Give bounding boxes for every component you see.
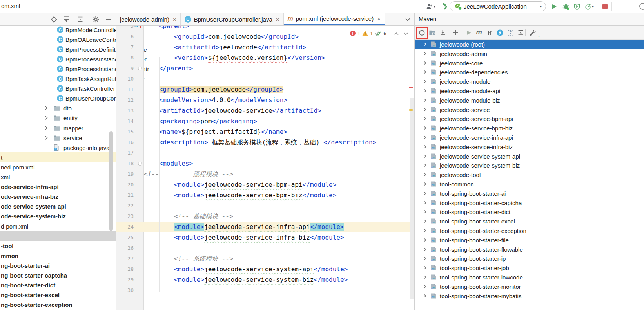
maven-execute-goal-button[interactable]: m: [474, 28, 484, 37]
maven-run-build-button[interactable]: [464, 28, 473, 37]
maven-project-item[interactable]: mtool-spring-boot-starter-excel: [415, 216, 644, 226]
project-tree-item[interactable]: [0, 231, 116, 241]
chevron-right-icon[interactable]: [423, 200, 426, 205]
code-line-25[interactable]: 25 <module>jeelowcode-service-infra-biz<…: [116, 232, 411, 243]
locate-file-button[interactable]: [49, 14, 58, 24]
maven-project-item[interactable]: mjeelowcode-service-system-biz: [415, 160, 644, 170]
code-line-8[interactable]: 8 <version>${jeelowcode.version}</versio…: [116, 52, 411, 63]
chevron-right-icon[interactable]: [423, 284, 426, 289]
maven-collapse-all-button[interactable]: [516, 28, 525, 37]
chevron-right-icon[interactable]: [423, 154, 426, 159]
project-tree-item[interactable]: ng-boot-starter-dict: [0, 280, 116, 290]
chevron-right-icon[interactable]: [423, 144, 426, 149]
project-tree-item[interactable]: ng-boot-starter-captcha: [0, 270, 116, 280]
code-line-7[interactable]: 7 <artifactId>jeelowcode</artifactId>: [116, 42, 411, 52]
fold-marker[interactable]: [138, 161, 142, 168]
line-number[interactable]: 9: [116, 63, 134, 74]
project-tree-item[interactable]: CBpmTaskAssignRuleController: [0, 74, 116, 84]
maven-project-item[interactable]: mjeelowcode-module-biz: [415, 96, 644, 105]
next-problem-button[interactable]: [402, 31, 409, 37]
code-line-19[interactable]: 19<!-- 流程模块 -->: [116, 169, 411, 179]
debug-button[interactable]: [561, 2, 571, 11]
code-line-16[interactable]: 16 <description> 框架基础服务模块(流程，系统，基础) </de…: [116, 137, 411, 148]
line-number[interactable]: 15: [116, 126, 134, 137]
build-project-button[interactable]: [441, 2, 450, 11]
maven-project-item[interactable]: mjeelowcode-module: [415, 77, 644, 86]
line-number[interactable]: 7: [116, 42, 134, 52]
chevron-right-icon[interactable]: [423, 275, 426, 279]
project-tree-item[interactable]: CBpmTaskController: [0, 84, 116, 94]
line-number[interactable]: 6: [116, 31, 134, 42]
maven-project-item[interactable]: mtool-spring-boot-starter-captcha: [415, 198, 644, 207]
maven-project-item[interactable]: mtool-spring-boot-starter-job: [415, 263, 644, 272]
close-icon[interactable]: ×: [276, 16, 279, 23]
close-icon[interactable]: ×: [173, 16, 176, 23]
inspections-widget[interactable]: ! 1 1 6: [350, 29, 386, 38]
code-line-21[interactable]: 21 <module>jeelowcode-service-bpm-biz</m…: [116, 190, 411, 200]
line-number[interactable]: 11: [116, 84, 134, 95]
project-tree-item[interactable]: CBpmProcessDefinitionControlle: [0, 44, 116, 54]
run-with-coverage-button[interactable]: [572, 2, 582, 11]
line-number[interactable]: 5: [116, 26, 134, 31]
maven-project-item[interactable]: mtool-spring-boot-starter-ai: [415, 189, 644, 198]
code-line-29[interactable]: 29 <module>jeelowcode-service-system-biz…: [116, 274, 411, 285]
line-number[interactable]: 10: [116, 74, 134, 84]
line-number[interactable]: 21: [116, 190, 134, 200]
maven-project-item[interactable]: mtool-common: [415, 179, 644, 189]
project-tree-item[interactable]: CBpmProcessInstanceController: [0, 54, 116, 64]
tab-pom-jeelowcode-admin[interactable]: jeelowcode-admin) ×: [116, 13, 181, 25]
code-line-23[interactable]: 23 <!-- 基础模块 -->: [116, 211, 411, 222]
project-tree-item[interactable]: service: [0, 133, 116, 142]
maven-project-item[interactable]: mtool-spring-boot-starter-flowable: [415, 245, 644, 254]
line-number[interactable]: 12: [116, 95, 134, 105]
warning-stripe-mark[interactable]: [409, 109, 413, 111]
line-number[interactable]: 29: [116, 274, 134, 285]
code-line-30[interactable]: 30: [116, 285, 411, 296]
user-menu-button[interactable]: [425, 2, 434, 11]
maven-project-item[interactable]: mjeelowcode-service-bpm-api: [415, 114, 644, 123]
project-tree-item[interactable]: mapper: [0, 123, 116, 133]
chevron-right-icon[interactable]: [423, 51, 426, 56]
maven-project-item[interactable]: mtool-spring-boot-starter-monitor: [415, 282, 644, 291]
code-line-15[interactable]: 15 <name>${project.artifactId}</name>: [116, 126, 411, 137]
line-number[interactable]: 8: [116, 52, 134, 63]
maven-project-item[interactable]: mjeelowcode (root): [415, 40, 644, 49]
chevron-right-icon[interactable]: [423, 163, 426, 168]
chevron-right-icon[interactable]: [423, 79, 426, 84]
code-line-12[interactable]: 12 <modelVersion>4.0.0</modelVersion>: [116, 95, 411, 105]
project-tree-item[interactable]: d-pom.xml: [0, 221, 116, 231]
maven-project-item[interactable]: mjeelowcode-service-infra-biz: [415, 142, 644, 151]
code-editor[interactable]: 5m <parent>6 <groupId>com.jeelowcode</gr…: [116, 26, 411, 310]
maven-project-item[interactable]: mtool-spring-boot-starter-exception: [415, 226, 644, 235]
maven-project-item[interactable]: mjeelowcode-service-system-api: [415, 151, 644, 161]
chevron-right-icon[interactable]: [423, 61, 426, 65]
chevron-right-icon[interactable]: [423, 126, 426, 130]
maven-project-item[interactable]: mjeelowcode-core: [415, 58, 644, 68]
project-tree-item[interactable]: Jpackage-info.java: [0, 142, 116, 152]
code-line-10[interactable]: 10: [116, 74, 411, 84]
chevron-right-icon[interactable]: [423, 219, 426, 223]
chevron-right-icon[interactable]: [423, 228, 426, 233]
chevron-right-icon[interactable]: [45, 115, 48, 120]
line-number[interactable]: 17: [116, 148, 134, 158]
line-number[interactable]: 26: [116, 243, 134, 253]
project-tree-item[interactable]: ng-boot-starter-ai: [0, 260, 116, 270]
project-tree-item[interactable]: dto: [0, 103, 116, 113]
tab-bpmusergroupcontroller[interactable]: C BpmUserGroupController.java ×: [181, 13, 284, 25]
project-tree-item[interactable]: CBpmProcessInstanceCopyContr: [0, 64, 116, 74]
chevron-right-icon[interactable]: [423, 209, 426, 214]
run-configuration-selector[interactable]: JeeLowCodeApplication ▾: [450, 1, 546, 11]
maven-project-item[interactable]: mjeelowcode-service-infra-api: [415, 133, 644, 142]
chevron-right-icon[interactable]: [45, 106, 48, 110]
line-number[interactable]: 25: [116, 232, 134, 243]
collapse-all-button[interactable]: [75, 14, 85, 24]
maven-project-item[interactable]: mtool-spring-boot-starter-lowcode: [415, 272, 644, 282]
maven-add-project-button[interactable]: [451, 28, 460, 37]
maven-project-item[interactable]: mjeelowcode-service-bpm-biz: [415, 123, 644, 133]
project-tree-item[interactable]: mmon: [0, 251, 116, 260]
project-tree-item[interactable]: CBpmUserGroupController: [0, 94, 116, 103]
project-tree-item[interactable]: xml: [0, 172, 116, 182]
code-line-27[interactable]: 27 <!-- 系统模块 -->: [116, 253, 411, 264]
profiler-caret-icon[interactable]: ▾: [592, 4, 594, 9]
hidden-tabs-dropdown[interactable]: [403, 15, 412, 24]
